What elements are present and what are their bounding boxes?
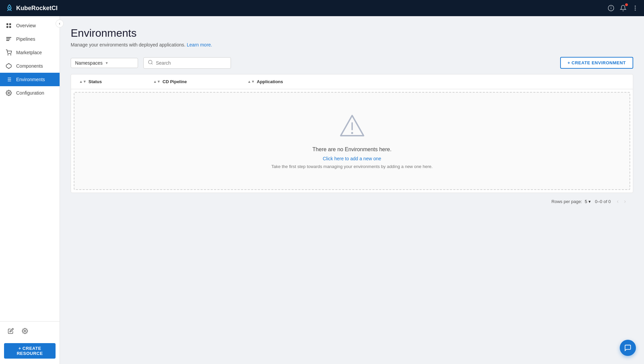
create-env-label: + CREATE ENVIRONMENT: [568, 60, 626, 65]
svg-point-5: [635, 8, 636, 8]
app-name: KubeRocketCI: [16, 5, 58, 12]
sidebar-bottom: [0, 321, 60, 340]
svg-rect-13: [6, 40, 9, 41]
rows-dropdown-icon: ▾: [588, 199, 591, 204]
svg-point-14: [8, 55, 8, 55]
edit-icon-btn[interactable]: [5, 326, 16, 336]
sidebar-item-pipelines[interactable]: Pipelines: [0, 32, 60, 46]
sidebar-nav: Overview Pipelines Marketplace: [0, 16, 60, 321]
learn-more-link[interactable]: Learn more.: [187, 42, 212, 47]
sidebar-item-components[interactable]: Components: [0, 59, 60, 73]
environments-table: ▲▼ Status ▲▼ CD Pipeline ▲▼ Applications: [71, 74, 633, 193]
svg-rect-7: [6, 23, 8, 25]
rows-per-page-select[interactable]: 5 ▾: [585, 199, 591, 204]
sidebar-item-overview-label: Overview: [16, 23, 36, 28]
sidebar-item-configuration[interactable]: Configuration: [0, 86, 60, 100]
empty-title: There are no Environments here.: [312, 146, 392, 153]
svg-marker-16: [6, 64, 11, 69]
empty-description: Take the first step towards managing you…: [271, 164, 433, 169]
list-icon: [5, 76, 12, 83]
pagination: Rows per page: 5 ▾ 0–0 of 0 ‹ ›: [71, 193, 633, 210]
bars-icon: [5, 36, 12, 42]
svg-rect-11: [6, 37, 11, 38]
rocket-icon: [5, 4, 13, 12]
toolbar: Namespaces ▾ + CREATE ENVIRONMENT: [71, 57, 633, 69]
col-applications[interactable]: ▲▼ Applications: [245, 74, 628, 89]
diamond-icon: [5, 63, 12, 69]
search-icon: [148, 60, 153, 66]
svg-point-4: [635, 6, 636, 6]
sidebar-item-pipelines-label: Pipelines: [16, 36, 35, 42]
sidebar-item-overview[interactable]: Overview: [0, 19, 60, 32]
namespace-select[interactable]: Namespaces ▾: [71, 58, 138, 68]
col-cd-pipeline-label: CD Pipeline: [163, 79, 187, 84]
search-box: [143, 57, 231, 69]
chat-button[interactable]: [620, 340, 636, 356]
col-applications-label: Applications: [257, 79, 283, 84]
search-input[interactable]: [156, 60, 227, 66]
svg-point-25: [148, 60, 152, 64]
sort-applications-icon: ▲▼: [247, 80, 255, 84]
sidebar-item-environments-label: Environments: [16, 77, 45, 82]
rows-per-page-label: Rows per page:: [551, 199, 582, 204]
svg-point-23: [8, 92, 10, 94]
sidebar-item-marketplace-label: Marketplace: [16, 50, 42, 55]
col-status-label: Status: [89, 79, 102, 84]
next-page-button[interactable]: ›: [622, 197, 628, 206]
notifications-icon-btn[interactable]: [620, 5, 626, 11]
page-title: Environments: [71, 27, 633, 39]
svg-rect-9: [6, 26, 8, 28]
main-layout: ‹ Overview Pipelines: [0, 16, 644, 364]
rows-per-page: Rows per page: 5 ▾: [551, 199, 591, 204]
svg-point-0: [9, 7, 10, 8]
chevron-down-icon: ▾: [106, 61, 134, 65]
info-icon-btn[interactable]: [608, 5, 614, 11]
topbar-actions: [608, 5, 639, 11]
rows-per-page-value: 5: [585, 199, 587, 204]
create-resource-button[interactable]: + CREATE RESOURCE: [4, 343, 56, 359]
more-menu-icon[interactable]: [632, 5, 639, 11]
svg-point-15: [10, 55, 11, 55]
svg-rect-12: [6, 39, 10, 39]
svg-point-29: [351, 132, 353, 134]
prev-page-button[interactable]: ‹: [615, 197, 620, 206]
page-range: 0–0 of 0: [595, 199, 611, 204]
create-environment-button[interactable]: + CREATE ENVIRONMENT: [560, 57, 633, 69]
app-logo: KubeRocketCI: [5, 4, 608, 12]
gear-icon: [5, 90, 12, 96]
page-navigation: ‹ ›: [615, 197, 628, 206]
svg-line-26: [151, 63, 152, 64]
warning-icon: [339, 113, 366, 140]
empty-state: There are no Environments here. Click he…: [74, 92, 630, 190]
svg-rect-10: [9, 26, 11, 28]
sort-cd-pipeline-icon: ▲▼: [153, 80, 161, 84]
table-header: ▲▼ Status ▲▼ CD Pipeline ▲▼ Applications: [71, 74, 633, 89]
sidebar: ‹ Overview Pipelines: [0, 16, 60, 364]
col-cd-pipeline[interactable]: ▲▼ CD Pipeline: [150, 74, 245, 89]
page-subtitle: Manage your environments with deployed a…: [71, 42, 633, 47]
svg-point-6: [635, 10, 636, 10]
sidebar-item-components-label: Components: [16, 63, 43, 69]
svg-point-24: [24, 330, 26, 332]
create-resource-label: + CREATE RESOURCE: [8, 346, 52, 356]
empty-add-link[interactable]: Click here to add a new one: [323, 156, 381, 161]
settings-icon-btn[interactable]: [20, 326, 30, 336]
topbar: KubeRocketCI: [0, 0, 644, 16]
sidebar-item-marketplace[interactable]: Marketplace: [0, 46, 60, 59]
main-content: Environments Manage your environments wi…: [60, 16, 644, 364]
sidebar-collapse-btn[interactable]: ‹: [56, 20, 64, 28]
svg-rect-8: [9, 23, 11, 25]
sidebar-item-environments[interactable]: Environments: [0, 73, 60, 86]
col-status[interactable]: ▲▼ Status: [76, 74, 150, 89]
sidebar-item-configuration-label: Configuration: [16, 90, 44, 96]
cart-icon: [5, 49, 12, 56]
grid-icon: [5, 22, 12, 29]
namespace-label: Namespaces: [75, 60, 103, 66]
sort-status-icon: ▲▼: [79, 80, 87, 84]
notification-badge: [625, 3, 628, 6]
